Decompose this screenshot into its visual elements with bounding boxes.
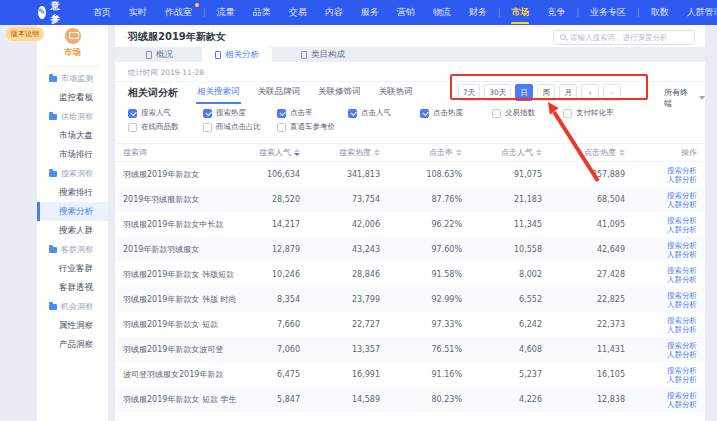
cell-search-popularity: 8,354 bbox=[253, 295, 300, 304]
metric-checkbox[interactable]: 在线商品数 bbox=[128, 122, 203, 132]
metric-checkbox[interactable]: 直通车参考价 bbox=[277, 122, 348, 132]
metric-checkbox[interactable]: 点击人气 bbox=[348, 108, 420, 118]
action-link[interactable]: 人群分析 bbox=[625, 350, 697, 359]
next-button[interactable]: › bbox=[603, 84, 621, 101]
topnav-item[interactable]: 交易 bbox=[280, 0, 316, 25]
topnav-item[interactable]: 内容 bbox=[316, 0, 352, 25]
sidebar-item[interactable]: 产品洞察 bbox=[37, 335, 108, 354]
action-link[interactable]: 搜索分析 bbox=[625, 241, 697, 250]
cell-search-popularity: 12,879 bbox=[253, 245, 300, 254]
sidebar-item[interactable]: 搜索分析 bbox=[37, 202, 108, 221]
action-link[interactable]: 搜索分析 bbox=[625, 341, 697, 350]
metric-checkbox[interactable]: 支付转化率 bbox=[563, 108, 634, 118]
topnav-item[interactable]: 作战室 bbox=[156, 0, 201, 25]
search-input[interactable] bbox=[570, 33, 688, 42]
sidebar-item[interactable]: 市场大盘 bbox=[37, 126, 108, 145]
document-icon bbox=[301, 51, 307, 59]
topnav-item[interactable]: 营销 bbox=[388, 0, 424, 25]
tab-active[interactable]: 相关分析 bbox=[202, 47, 272, 62]
subtab[interactable]: 关联品牌词 bbox=[257, 82, 302, 104]
topnav-item[interactable]: 市场 bbox=[502, 0, 538, 25]
terminal-select[interactable]: 所有终端 bbox=[664, 87, 705, 109]
subtab[interactable]: 关联热词 bbox=[378, 82, 414, 104]
range-button[interactable]: 30天 bbox=[484, 84, 511, 101]
topnav-item[interactable]: 业务专区 bbox=[581, 0, 635, 25]
topnav-item[interactable]: 服务 bbox=[352, 0, 388, 25]
sidebar-item[interactable]: 监控看板 bbox=[37, 88, 108, 107]
cell-search-heat: 28,846 bbox=[300, 270, 380, 279]
granularity-button[interactable]: 月 bbox=[559, 84, 577, 101]
topnav-separator: | bbox=[201, 8, 208, 17]
sidebar-item[interactable]: 市场排行 bbox=[37, 145, 108, 164]
action-link[interactable]: 人群分析 bbox=[625, 175, 697, 184]
sidebar-item[interactable]: 搜索人群 bbox=[37, 221, 108, 240]
cell-search-word: 羽绒服2019年新款女 短款 bbox=[123, 319, 253, 330]
action-link[interactable]: 搜索分析 bbox=[625, 316, 697, 325]
cell-search-heat: 341,813 bbox=[300, 170, 380, 179]
cell-search-word: 波司登羽绒服女2019年新款 bbox=[123, 369, 253, 380]
prev-button[interactable]: ‹ bbox=[581, 84, 599, 101]
action-link[interactable]: 人群分析 bbox=[625, 225, 697, 234]
sidebar-item[interactable]: 搜索排行 bbox=[37, 183, 108, 202]
action-link[interactable]: 搜索分析 bbox=[625, 216, 697, 225]
action-link[interactable]: 人群分析 bbox=[625, 400, 697, 409]
action-link[interactable]: 搜索分析 bbox=[625, 391, 697, 400]
action-link[interactable]: 搜索分析 bbox=[625, 291, 697, 300]
metric-checkbox[interactable]: 商城点击占比 bbox=[203, 122, 277, 132]
topnav-item[interactable]: 流量 bbox=[208, 0, 244, 25]
column-header[interactable]: 点击人气 bbox=[462, 147, 542, 158]
action-link[interactable]: 人群分析 bbox=[625, 375, 697, 384]
action-link[interactable]: 搜索分析 bbox=[625, 266, 697, 275]
action-link[interactable]: 搜索分析 bbox=[625, 366, 697, 375]
column-header[interactable]: 点击热度 bbox=[542, 147, 625, 158]
sidebar-item[interactable]: 客群透视 bbox=[37, 278, 108, 297]
action-link[interactable]: 人群分析 bbox=[625, 300, 697, 309]
brand[interactable]: ✎ 生意参谋 bbox=[38, 0, 66, 39]
chevron-down-icon bbox=[699, 96, 705, 100]
metric-checkbox[interactable]: 交易指数 bbox=[492, 108, 563, 118]
tab-item[interactable]: 类目构成 bbox=[288, 47, 358, 62]
topnav-item[interactable]: 取数 bbox=[642, 0, 678, 25]
tab-item[interactable]: 概况 bbox=[133, 47, 186, 62]
granularity-button[interactable]: 周 bbox=[537, 84, 555, 101]
table-row: 羽绒服2019年新款女中长款14,21742,00696.22%11,34541… bbox=[115, 212, 705, 237]
sidebar-group-label: 搜索洞察 bbox=[37, 164, 108, 183]
column-header[interactable]: 搜索人气 bbox=[253, 147, 300, 158]
tab-label: 相关分析 bbox=[225, 49, 259, 61]
subtab[interactable]: 关联修饰词 bbox=[317, 82, 362, 104]
search-box[interactable] bbox=[553, 30, 695, 45]
column-header[interactable]: 点击率 bbox=[380, 147, 462, 158]
granularity-button[interactable]: 日 bbox=[515, 84, 533, 101]
cell-click-rate: 87.76% bbox=[380, 195, 462, 204]
metric-checkbox[interactable]: 搜索人气 bbox=[128, 108, 203, 118]
topnav-item[interactable]: 实时 bbox=[120, 0, 156, 25]
topnav-item[interactable]: 首页 bbox=[84, 0, 120, 25]
action-link[interactable]: 搜索分析 bbox=[625, 166, 697, 175]
sidebar-item[interactable]: 属性洞察 bbox=[37, 316, 108, 335]
metric-checkbox[interactable]: 搜索热度 bbox=[203, 108, 277, 118]
column-header-label: 搜索人气 bbox=[259, 147, 291, 158]
metric-checkbox[interactable]: 点击热度 bbox=[420, 108, 492, 118]
market-category-icon bbox=[65, 28, 81, 44]
topnav-item[interactable]: 人群管理 bbox=[678, 0, 717, 25]
action-link[interactable]: 人群分析 bbox=[625, 200, 697, 209]
column-header[interactable]: 搜索热度 bbox=[300, 147, 380, 158]
action-link[interactable]: 人群分析 bbox=[625, 325, 697, 334]
checkbox-icon bbox=[348, 109, 357, 118]
cell-search-popularity: 10,246 bbox=[253, 270, 300, 279]
metric-checkbox[interactable]: 点击率 bbox=[277, 108, 348, 118]
cell-click-rate: 96.22% bbox=[380, 220, 462, 229]
sidebar-item[interactable]: 行业客群 bbox=[37, 259, 108, 278]
topnav-item[interactable]: 品类 bbox=[244, 0, 280, 25]
cell-search-word: 2019年羽绒服新款女 bbox=[123, 194, 253, 205]
action-link[interactable]: 人群分析 bbox=[625, 275, 697, 284]
notification-badge bbox=[195, 3, 199, 7]
subtab[interactable]: 相关搜索词 bbox=[196, 82, 241, 104]
table-row: 羽绒服2019年新款女波司登7,06013,35776.51%4,60811,4… bbox=[115, 337, 705, 362]
topnav-item[interactable]: 竞争 bbox=[538, 0, 574, 25]
action-link[interactable]: 搜索分析 bbox=[625, 191, 697, 200]
topnav-item[interactable]: 物流 bbox=[424, 0, 460, 25]
topnav-item[interactable]: 财务 bbox=[460, 0, 496, 25]
range-button[interactable]: 7天 bbox=[458, 84, 480, 101]
action-link[interactable]: 人群分析 bbox=[625, 250, 697, 259]
